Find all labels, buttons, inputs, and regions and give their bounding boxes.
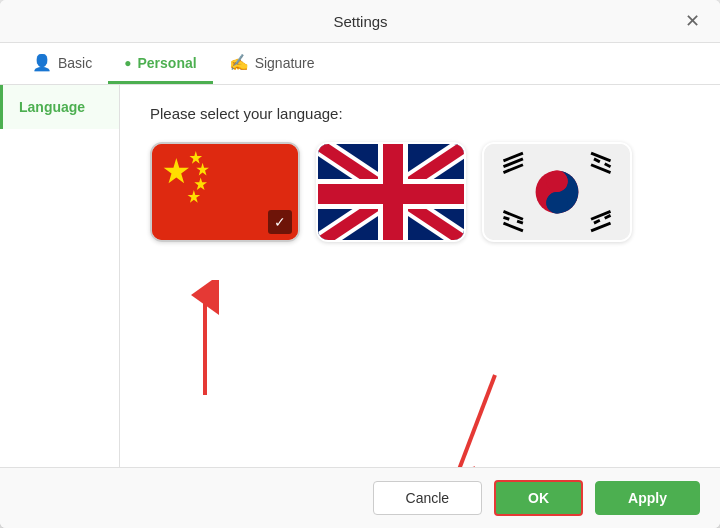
china-flag: ✓ <box>152 144 298 240</box>
arrow-down <box>425 365 525 467</box>
dialog-title: Settings <box>40 13 681 30</box>
basic-icon: 👤 <box>32 53 52 72</box>
language-options: ✓ <box>150 142 690 242</box>
tab-personal-label: Personal <box>137 55 196 71</box>
tab-personal[interactable]: ● Personal <box>108 45 212 84</box>
language-chinese[interactable]: ✓ <box>150 142 300 242</box>
signature-icon: ✍️ <box>229 53 249 72</box>
tabs-bar: 👤 Basic ● Personal ✍️ Signature <box>0 43 720 85</box>
svg-line-37 <box>455 375 495 467</box>
selected-checkmark: ✓ <box>268 210 292 234</box>
arrow-up <box>175 280 235 400</box>
uk-flag <box>318 144 464 240</box>
sidebar-language-label: Language <box>19 99 85 115</box>
close-button[interactable]: ✕ <box>681 10 704 32</box>
settings-dialog: Settings ✕ 👤 Basic ● Personal ✍️ Signatu… <box>0 0 720 528</box>
section-title: Please select your language: <box>150 105 690 122</box>
svg-rect-14 <box>318 184 464 204</box>
personal-icon: ● <box>124 56 131 70</box>
language-english[interactable] <box>316 142 466 242</box>
cancel-button[interactable]: Cancle <box>373 481 483 515</box>
korea-flag <box>484 144 630 240</box>
tab-signature[interactable]: ✍️ Signature <box>213 43 331 85</box>
ok-button[interactable]: OK <box>494 480 583 516</box>
title-bar: Settings ✕ <box>0 0 720 43</box>
language-korean[interactable] <box>482 142 632 242</box>
dialog-body: Language Please select your language: <box>0 85 720 467</box>
svg-point-18 <box>546 192 567 213</box>
tab-basic[interactable]: 👤 Basic <box>16 43 108 85</box>
svg-point-17 <box>546 171 567 192</box>
main-content: Please select your language: <box>120 85 720 467</box>
sidebar-item-language[interactable]: Language <box>0 85 119 129</box>
apply-button[interactable]: Apply <box>595 481 700 515</box>
sidebar: Language <box>0 85 120 467</box>
tab-basic-label: Basic <box>58 55 92 71</box>
svg-line-28 <box>517 221 523 223</box>
dialog-footer: Cancle OK Apply <box>0 467 720 528</box>
tab-signature-label: Signature <box>255 55 315 71</box>
svg-line-27 <box>503 217 509 219</box>
